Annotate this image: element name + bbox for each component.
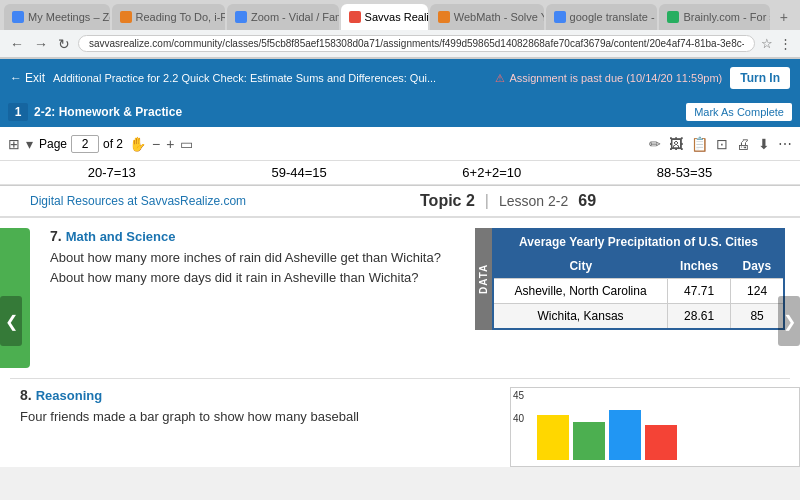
page-title: 2-2: Homework & Practice: [34, 105, 680, 119]
page-badge: 1: [8, 103, 28, 121]
exit-label: Exit: [25, 71, 45, 85]
tab-favicon: [438, 11, 450, 23]
assignment-notice: ⚠ Assignment is past due (10/14/20 11:59…: [495, 72, 722, 85]
download-icon[interactable]: ⬇: [758, 136, 770, 152]
next-page-button[interactable]: ❯: [778, 296, 800, 346]
note-icon[interactable]: 📋: [691, 136, 708, 152]
breadcrumb: Additional Practice for 2.2 Quick Check:…: [53, 72, 487, 84]
table-title: Average Yearly Precipitation of U.S. Cit…: [493, 229, 784, 254]
page-footer: Digital Resources at SavvasRealize.com T…: [0, 185, 800, 218]
page-number-input[interactable]: [71, 135, 99, 153]
bar-chart-section: 45 40: [510, 387, 800, 467]
table-row: Wichita, Kansas 28.61 85: [493, 304, 784, 330]
tab-reading[interactable]: Reading To Do, i-Rea... ✕: [112, 4, 225, 30]
tab-favicon: [120, 11, 132, 23]
data-sidebar-label: DATA: [475, 228, 492, 330]
chevron-down-icon[interactable]: ▾: [26, 136, 33, 152]
tab-translate[interactable]: google translate - Go... ✕: [546, 4, 658, 30]
turn-in-button[interactable]: Turn In: [730, 67, 790, 89]
topic-label: Topic 2: [420, 192, 475, 210]
question7-header: 7. Math and Science: [50, 228, 465, 244]
bar-green: [573, 422, 605, 460]
question8-text: 8. Reasoning Four friends made a bar gra…: [20, 387, 490, 427]
tab-brainly[interactable]: Brainly.com - For stu... ✕: [659, 4, 769, 30]
hand-icon[interactable]: ✋: [129, 136, 146, 152]
tab-savvas[interactable]: Savvas Realize ✕: [341, 4, 428, 30]
bar-blue: [609, 410, 641, 460]
data-table-wrapper: DATA Average Yearly Precipitation of U.S…: [475, 228, 785, 330]
page-view-icon[interactable]: ▭: [180, 136, 193, 152]
tab-zoom-vidal[interactable]: Zoom - Vidal / Fampr... ✕: [227, 4, 339, 30]
tab-label: Reading To Do, i-Rea...: [136, 11, 225, 23]
footer-divider: |: [485, 192, 489, 210]
more-icon[interactable]: ⋯: [778, 136, 792, 152]
print-icon[interactable]: 🖨: [736, 136, 750, 152]
equation-3: 6+2+2=10: [462, 165, 521, 180]
zoom-out-icon[interactable]: −: [152, 136, 160, 152]
footer-center: Topic 2 | Lesson 2-2 69: [246, 192, 770, 210]
crop-icon[interactable]: ⊡: [716, 136, 728, 152]
refresh-button[interactable]: ↻: [56, 34, 72, 54]
image-icon[interactable]: 🖼: [669, 136, 683, 152]
tab-zoom-meetings[interactable]: My Meetings – Zoom ✕: [4, 4, 110, 30]
browser-icons: ☆ ⋮: [761, 36, 792, 51]
toolbar-right: ✏ 🖼 📋 ⊡ 🖨 ⬇ ⋯: [649, 136, 792, 152]
col-header-inches: Inches: [668, 254, 731, 279]
digital-resources-text: Digital Resources at SavvasRealize.com: [30, 194, 246, 208]
y-label-40: 40: [513, 413, 524, 424]
grid-icon[interactable]: ⊞: [8, 136, 20, 152]
tab-label: Savvas Realize: [365, 11, 428, 23]
city-wichita: Wichita, Kansas: [493, 304, 668, 330]
tab-label: WebMath - Solve You...: [454, 11, 544, 23]
table-with-label: DATA Average Yearly Precipitation of U.S…: [475, 228, 785, 330]
forward-button[interactable]: →: [32, 34, 50, 54]
address-input[interactable]: [78, 35, 755, 52]
browser-chrome: My Meetings – Zoom ✕ Reading To Do, i-Re…: [0, 0, 800, 59]
question7-num: 7.: [50, 228, 62, 244]
question8-num: 8.: [20, 387, 32, 403]
tab-favicon: [667, 11, 679, 23]
inches-asheville: 47.71: [668, 279, 731, 304]
content-wrapper: ❮ ❯ 20-7=13 59-44=15 6+2+2=10 88-53=35 D…: [0, 161, 800, 467]
question7-text: 7. Math and Science About how many more …: [50, 228, 475, 368]
city-asheville: Asheville, North Carolina: [493, 279, 668, 304]
content-area: 20-7=13 59-44=15 6+2+2=10 88-53=35 Digit…: [0, 161, 800, 467]
question8-header: 8. Reasoning: [20, 387, 490, 403]
tab-label: Brainly.com - For stu...: [683, 11, 769, 23]
question8-title: Reasoning: [36, 388, 102, 403]
data-table-section: DATA Average Yearly Precipitation of U.S…: [475, 228, 785, 368]
draw-icon[interactable]: ✏: [649, 136, 661, 152]
question8-section: 8. Reasoning Four friends made a bar gra…: [0, 379, 800, 467]
equations-row: 20-7=13 59-44=15 6+2+2=10 88-53=35: [0, 161, 800, 185]
bar-chart: 45 40: [510, 387, 800, 467]
new-tab-button[interactable]: +: [772, 5, 796, 29]
warning-icon: ⚠: [495, 72, 505, 85]
app-header: ← Exit Additional Practice for 2.2 Quick…: [0, 59, 800, 97]
tab-favicon: [349, 11, 361, 23]
y-label-45: 45: [513, 390, 524, 401]
question7-body: About how many more inches of rain did A…: [50, 248, 465, 287]
page-header: 1 2-2: Homework & Practice Mark As Compl…: [0, 97, 800, 127]
tab-label: google translate - Go...: [570, 11, 658, 23]
equation-2: 59-44=15: [271, 165, 326, 180]
previous-page-button[interactable]: ❮: [0, 296, 22, 346]
exit-button[interactable]: ← Exit: [10, 71, 45, 85]
back-button[interactable]: ←: [8, 34, 26, 54]
tab-favicon: [12, 11, 24, 23]
inches-wichita: 28.61: [668, 304, 731, 330]
question7-title: Math and Science: [66, 229, 176, 244]
bar-red: [645, 425, 677, 460]
table-row: Asheville, North Carolina 47.71 124: [493, 279, 784, 304]
bookmark-icon[interactable]: ☆: [761, 36, 773, 51]
toolbar: ⊞ ▾ Page of 2 ✋ − + ▭ ✏ 🖼 📋 ⊡ 🖨 ⬇ ⋯: [0, 127, 800, 161]
tabs-bar: My Meetings – Zoom ✕ Reading To Do, i-Re…: [0, 0, 800, 30]
bars-area: [537, 392, 795, 460]
exit-icon: ←: [10, 71, 22, 85]
settings-icon[interactable]: ⋮: [779, 36, 792, 51]
mark-complete-button[interactable]: Mark As Complete: [686, 103, 792, 121]
tab-webmath[interactable]: WebMath - Solve You... ✕: [430, 4, 544, 30]
tab-label: Zoom - Vidal / Fampr...: [251, 11, 339, 23]
question8-body: Four friends made a bar graph to show ho…: [20, 407, 490, 427]
precipitation-table: Average Yearly Precipitation of U.S. Cit…: [492, 228, 785, 330]
zoom-in-icon[interactable]: +: [166, 136, 174, 152]
